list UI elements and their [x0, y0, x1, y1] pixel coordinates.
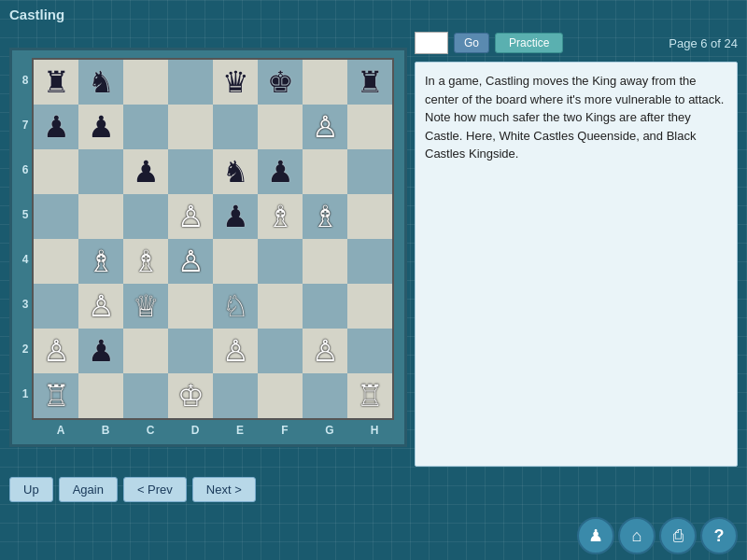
help-button[interactable]: ?: [700, 517, 738, 554]
cell-h3[interactable]: [347, 284, 392, 329]
cell-f3[interactable]: [258, 284, 303, 329]
black-P-icon: ♟: [88, 112, 115, 142]
home-button[interactable]: ⌂: [618, 517, 655, 554]
cell-h2[interactable]: [347, 329, 392, 373]
print-button[interactable]: ⎙: [659, 517, 697, 554]
cell-g8[interactable]: [303, 60, 347, 105]
cell-h6[interactable]: [347, 149, 392, 194]
cell-e2[interactable]: ♙: [213, 329, 258, 373]
cell-g6[interactable]: [303, 149, 347, 194]
white-P-icon: ♙: [222, 336, 249, 366]
cell-d3[interactable]: [168, 284, 213, 329]
cell-c3[interactable]: ♕: [123, 284, 168, 329]
cell-e3[interactable]: ♘: [213, 284, 258, 329]
cell-c8[interactable]: [123, 60, 168, 105]
description-text: In a game, Castling moves the King away …: [415, 62, 738, 467]
cell-f4[interactable]: [258, 239, 303, 284]
cell-b3[interactable]: ♙: [78, 284, 123, 329]
cell-f5[interactable]: ♗: [258, 194, 303, 239]
cell-g7[interactable]: ♙: [303, 105, 347, 149]
cell-b6[interactable]: [78, 149, 123, 194]
cell-e1[interactable]: [213, 373, 258, 418]
practice-button[interactable]: Practice: [495, 33, 563, 53]
cell-c6[interactable]: ♟: [123, 149, 168, 194]
cell-a8[interactable]: ♜: [34, 60, 78, 105]
file-g: G: [307, 424, 352, 437]
white-R-icon: ♖: [43, 381, 70, 411]
white-B-icon: ♗: [133, 246, 160, 276]
cell-h7[interactable]: [347, 105, 392, 149]
cell-d4[interactable]: ♙: [168, 239, 213, 284]
cell-a7[interactable]: ♟: [34, 105, 78, 149]
go-button[interactable]: Go: [454, 33, 489, 53]
white-B-icon: ♗: [267, 202, 294, 231]
cell-c5[interactable]: [123, 194, 168, 239]
cell-h8[interactable]: ♜: [347, 60, 392, 105]
cell-c4[interactable]: ♗: [123, 239, 168, 284]
white-B-icon: ♗: [312, 202, 339, 231]
white-N-icon: ♘: [222, 291, 249, 321]
white-P-icon: ♙: [312, 112, 339, 142]
cell-g3[interactable]: [303, 284, 347, 329]
cell-h5[interactable]: [347, 194, 392, 239]
chess-board[interactable]: ♜♞♛♚♜♟♟♙♟♞♟♙♟♗♗♗♗♙♙♕♘♙♟♙♙♖♔♖: [32, 58, 394, 420]
board-area: 8 7 6 5 4 3 2 1 ♜♞♛♚♜♟♟♙♟♞♟♙♟♗♗♗♗♙♙♕♘♙♟♙…: [9, 28, 407, 467]
cell-d7[interactable]: [168, 105, 213, 149]
cell-a6[interactable]: [34, 149, 78, 194]
cell-b2[interactable]: ♟: [78, 329, 123, 373]
again-button[interactable]: Again: [59, 477, 118, 502]
cell-h4[interactable]: [347, 239, 392, 284]
header: Castling: [0, 0, 747, 28]
cell-a4[interactable]: [34, 239, 78, 284]
page-number-input[interactable]: [415, 32, 448, 54]
rank-3: 3: [22, 282, 29, 327]
cell-b1[interactable]: [78, 373, 123, 418]
file-h: H: [352, 424, 397, 437]
cell-f7[interactable]: [258, 105, 303, 149]
cell-g2[interactable]: ♙: [303, 329, 347, 373]
prev-button[interactable]: < Prev: [123, 477, 187, 502]
cell-d5[interactable]: ♙: [168, 194, 213, 239]
file-f: F: [262, 424, 307, 437]
cell-a2[interactable]: ♙: [34, 329, 78, 373]
rank-5: 5: [22, 192, 29, 237]
cell-c2[interactable]: [123, 329, 168, 373]
black-P-icon: ♟: [267, 157, 294, 187]
cell-g5[interactable]: ♗: [303, 194, 347, 239]
cell-a1[interactable]: ♖: [34, 373, 78, 418]
cell-c7[interactable]: [123, 105, 168, 149]
cell-f2[interactable]: [258, 329, 303, 373]
rank-7: 7: [22, 103, 29, 147]
cell-g4[interactable]: [303, 239, 347, 284]
cell-a3[interactable]: [34, 284, 78, 329]
chess-piece-button[interactable]: ♟: [577, 517, 614, 554]
cell-f8[interactable]: ♚: [258, 60, 303, 105]
cell-d8[interactable]: [168, 60, 213, 105]
cell-f6[interactable]: ♟: [258, 149, 303, 194]
cell-b4[interactable]: ♗: [78, 239, 123, 284]
cell-e4[interactable]: [213, 239, 258, 284]
rank-8: 8: [22, 58, 29, 103]
cell-b8[interactable]: ♞: [78, 60, 123, 105]
up-button[interactable]: Up: [9, 477, 53, 502]
black-P-icon: ♟: [133, 157, 160, 187]
cell-a5[interactable]: [34, 194, 78, 239]
cell-e7[interactable]: [213, 105, 258, 149]
next-button[interactable]: Next >: [192, 477, 256, 502]
cell-d1[interactable]: ♔: [168, 373, 213, 418]
cell-e6[interactable]: ♞: [213, 149, 258, 194]
cell-c1[interactable]: [123, 373, 168, 418]
cell-d2[interactable]: [168, 329, 213, 373]
cell-h1[interactable]: ♖: [347, 373, 392, 418]
file-e: E: [218, 424, 262, 437]
cell-e8[interactable]: ♛: [213, 60, 258, 105]
cell-b7[interactable]: ♟: [78, 105, 123, 149]
cell-g1[interactable]: [303, 373, 347, 418]
page-info: Page 6 of 24: [669, 36, 738, 50]
cell-f1[interactable]: [258, 373, 303, 418]
main-content: 8 7 6 5 4 3 2 1 ♜♞♛♚♜♟♟♙♟♞♟♙♟♗♗♗♗♙♙♕♘♙♟♙…: [0, 28, 747, 467]
cell-e5[interactable]: ♟: [213, 194, 258, 239]
black-R-icon: ♜: [43, 67, 70, 97]
cell-d6[interactable]: [168, 149, 213, 194]
cell-b5[interactable]: [78, 194, 123, 239]
